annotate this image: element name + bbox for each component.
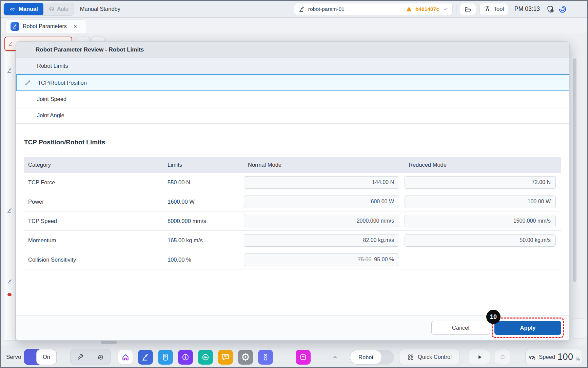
pencil-icon: [24, 79, 32, 86]
table-row-power: Power1600.00 W600.00 W100.00 W: [24, 192, 561, 211]
step-badge: 10: [486, 310, 501, 324]
quick-control-label: Quick Control: [418, 354, 452, 360]
reduced-mode-input[interactable]: 50.00 kg.m/s: [405, 234, 556, 247]
robot-arm-icon: [6, 67, 13, 74]
quick-control-button[interactable]: Quick Control: [399, 349, 459, 365]
manual-mode-label: Manual: [19, 6, 38, 12]
previous-value: 75.00: [358, 257, 371, 263]
tool-buttons-group: [70, 349, 111, 365]
nav-item-label: TCP/Robot Position: [38, 80, 87, 86]
speed-label: Speed: [539, 354, 555, 360]
app-settings-icon[interactable]: ⚙: [238, 350, 253, 365]
file-open-button[interactable]: [460, 3, 476, 15]
cancel-button[interactable]: Cancel: [431, 321, 490, 335]
table-row-collision-sensitivity: Collision Sensitivity100.00 %75.0095.00 …: [24, 250, 561, 269]
manual-mode-icon: [9, 6, 16, 13]
normal-mode-input[interactable]: 82.00 kg.m/s: [244, 234, 399, 247]
app-store-icon[interactable]: [296, 350, 311, 365]
safety-shield-icon[interactable]: [546, 5, 555, 14]
background-button-sliver: [572, 319, 587, 339]
app-remote-icon[interactable]: [258, 350, 273, 365]
bottom-dock: Servo On ⚙ Robot Quick Control: [1, 346, 587, 367]
stop-button[interactable]: [495, 349, 510, 365]
nav-item-label: Robot Limits: [37, 63, 68, 69]
limits-table: Category Limits Normal Mode Reduced Mode…: [24, 157, 561, 269]
app-robot-icon[interactable]: [138, 350, 153, 365]
robot-parameters-tab-icon: [11, 22, 19, 31]
table-row-tcp-speed: TCP Speed8000.000 mm/s2000.000 mm/s1500.…: [24, 211, 561, 231]
speed-unit: %: [576, 356, 580, 362]
category-cell: Power: [24, 199, 163, 205]
auto-mode-button[interactable]: Auto: [43, 3, 74, 15]
reduced-mode-input[interactable]: 100.00 W: [405, 196, 556, 208]
tab-close-icon[interactable]: ×: [74, 23, 77, 29]
auto-mode-icon: [48, 6, 55, 12]
reduced-mode-input[interactable]: 1500.000 mm/s: [405, 215, 556, 227]
tab-bar: Robot Parameters ×: [1, 18, 587, 33]
app-task-icon[interactable]: [158, 350, 173, 365]
robot-task-toggle[interactable]: Robot: [350, 350, 394, 365]
limit-cell: 165.00 kg.m/s: [163, 237, 244, 244]
chevron-up-icon[interactable]: [331, 349, 339, 365]
play-icon: [476, 353, 483, 361]
tab-label: Robot Parameters: [23, 23, 67, 29]
app-jog-icon[interactable]: [178, 350, 193, 365]
app-monitor-icon[interactable]: [198, 350, 213, 365]
power-swirl-icon[interactable]: [558, 5, 567, 14]
top-bar: Manual Auto Manual Standby robot-param-0…: [1, 1, 587, 18]
servo-toggle[interactable]: On: [24, 349, 57, 365]
tab-robot-parameters[interactable]: Robot Parameters ×: [5, 19, 86, 33]
normal-mode-input[interactable]: 2000.000 mm/s: [244, 215, 399, 227]
col-reduced-mode: Reduced Mode: [405, 162, 561, 168]
col-limits: Limits: [163, 162, 244, 168]
tool-button-label: Tool: [494, 6, 504, 12]
chevron-down-icon[interactable]: [442, 6, 448, 12]
normal-mode-input[interactable]: 75.0095.00 %: [244, 253, 399, 266]
robot-toggle-label: Robot: [350, 350, 382, 365]
limit-cell: 550.00 N: [163, 179, 244, 186]
apply-button[interactable]: Apply: [494, 321, 561, 335]
normal-mode-input[interactable]: 144.00 N: [244, 176, 399, 189]
servo-state-label: On: [36, 349, 57, 365]
clock: PM 03:13: [514, 5, 540, 13]
col-category: Category: [24, 162, 163, 168]
wrench-button[interactable]: [71, 349, 90, 365]
nav-item-label: Joint Angle: [37, 112, 64, 119]
speed-control[interactable]: Speed 100 %: [525, 349, 583, 365]
recovery-button[interactable]: [91, 349, 111, 365]
nav-item-joint-angle[interactable]: Joint Angle: [16, 107, 569, 124]
stop-icon: [499, 353, 506, 361]
auto-mode-label: Auto: [57, 6, 68, 12]
background-scrollbar[interactable]: [573, 58, 576, 282]
tool-button[interactable]: Tool: [479, 3, 508, 15]
reduced-mode-input[interactable]: 72.00 N: [405, 176, 556, 189]
background-hscrollbar[interactable]: [101, 341, 117, 344]
table-row-momentum: Momentum165.00 kg.m/s82.00 kg.m/s50.00 k…: [24, 231, 561, 250]
servo-label: Servo: [6, 349, 21, 365]
robot-arm-icon: [6, 207, 13, 214]
nav-item-label: Joint Speed: [37, 96, 66, 102]
table-body: TCP Force550.00 N144.00 N72.00 NPower160…: [24, 173, 561, 269]
section-title: TCP Position/Robot Limits: [24, 139, 569, 146]
manual-mode-button[interactable]: Manual: [4, 3, 43, 16]
play-button[interactable]: [469, 349, 490, 365]
dialog-title: Robot Parameter Review - Robot Limits: [16, 42, 569, 58]
app-message-icon[interactable]: [218, 350, 233, 365]
limit-cell: 8000.000 mm/s: [163, 218, 244, 224]
divider: [456, 5, 456, 14]
nav-item-joint-speed[interactable]: Joint Speed: [16, 91, 569, 107]
category-cell: TCP Force: [24, 179, 163, 186]
top-bar-right: robot-param-01 b401407c: [294, 3, 567, 15]
app-home-icon[interactable]: [118, 350, 133, 365]
app-window: Manual Auto Manual Standby robot-param-0…: [0, 0, 588, 368]
nav-item-tcp-robot-position[interactable]: TCP/Robot Position: [16, 74, 569, 91]
table-row-tcp-force: TCP Force550.00 N144.00 N72.00 N: [24, 173, 561, 192]
category-cell: TCP Speed: [24, 218, 163, 224]
program-selector[interactable]: robot-param-01 b401407c: [294, 3, 453, 15]
normal-mode-input[interactable]: 600.00 W: [244, 196, 399, 208]
nav-item-robot-limits[interactable]: Robot Limits: [16, 58, 569, 74]
limits-nav-list: Robot LimitsTCP/Robot PositionJoint Spee…: [16, 58, 569, 124]
background-left-panel: [4, 52, 16, 341]
category-cell: Momentum: [24, 237, 163, 244]
limit-cell: 1600.00 W: [163, 199, 244, 205]
